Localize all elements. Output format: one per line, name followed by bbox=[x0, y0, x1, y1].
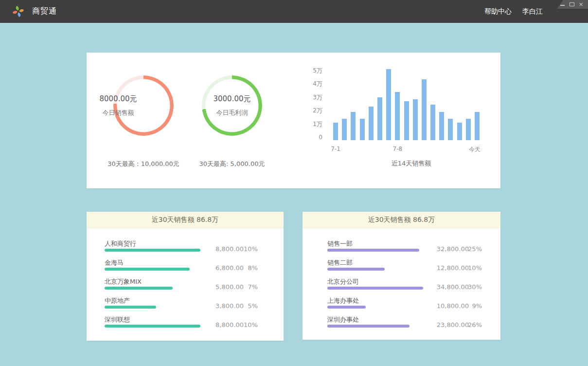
customer-row-amount: 8,800.00 bbox=[215, 245, 244, 253]
department-row-amount: 12,800.00 bbox=[437, 264, 469, 272]
customer-row-bar bbox=[105, 249, 200, 252]
department-row-bar bbox=[327, 249, 419, 252]
chart-bar bbox=[386, 69, 391, 140]
today-profit-ring-text: 3000.00元 今日毛利润 bbox=[208, 82, 256, 129]
username-link[interactable]: 李白江 bbox=[522, 7, 543, 16]
chart-bars bbox=[333, 73, 480, 140]
department-row: 上海办事处10,800.009% bbox=[303, 296, 500, 315]
titlebar-nav: 帮助中心 李白江 bbox=[484, 7, 543, 16]
department-ranking-card: 近30天销售额 86.8万 销售一部32,800.0025%销售二部12,800… bbox=[303, 212, 500, 340]
department-row-name: 北京分公司 bbox=[327, 277, 359, 286]
app-title: 商贸通 bbox=[32, 6, 57, 17]
department-row-percent: 9% bbox=[472, 302, 482, 310]
chart-bar bbox=[430, 105, 435, 140]
department-row-percent: 10% bbox=[468, 264, 482, 272]
customer-row-percent: 8% bbox=[248, 264, 258, 272]
customer-row-amount: 3,800.00 bbox=[215, 302, 244, 310]
customer-row-name: 金海马 bbox=[105, 258, 124, 267]
customer-row-amount: 5,800.00 bbox=[215, 283, 244, 291]
customer-row-percent: 5% bbox=[248, 302, 258, 310]
chart-bar bbox=[395, 92, 400, 140]
help-center-link[interactable]: 帮助中心 bbox=[484, 7, 512, 16]
chart-bar bbox=[333, 123, 338, 140]
department-row: 北京分公司34,800.0030% bbox=[303, 277, 500, 296]
chart-bar bbox=[369, 107, 374, 140]
department-row-name: 销售一部 bbox=[327, 239, 353, 248]
minimize-button[interactable] bbox=[560, 1, 565, 7]
chart-bar bbox=[439, 112, 444, 140]
chart-bar bbox=[457, 123, 462, 140]
today-profit-value: 3000.00元 bbox=[213, 94, 250, 104]
chart-bar bbox=[377, 97, 382, 140]
customer-row: 人和商贸行8,800.0010% bbox=[87, 239, 284, 258]
department-row: 销售一部32,800.0025% bbox=[303, 239, 500, 258]
department-row: 销售二部12,800.0010% bbox=[303, 258, 500, 277]
department-row-percent: 25% bbox=[468, 245, 482, 253]
chart-bar bbox=[404, 101, 409, 140]
department-row: 深圳办事处23,800.0026% bbox=[303, 315, 500, 334]
titlebar: 商贸通 帮助中心 李白江 × bbox=[0, 0, 588, 23]
customer-row: 北京万象MIX5,800.007% bbox=[87, 277, 284, 296]
chart-title: 近14天销售额 bbox=[338, 159, 484, 168]
chart-y-tick: 4万 bbox=[308, 80, 322, 88]
department-row-bar bbox=[327, 306, 366, 309]
chart-bar bbox=[342, 119, 347, 140]
chart-x-tick: 7-8 bbox=[385, 146, 410, 152]
chart-bar bbox=[466, 119, 471, 140]
customer-row-percent: 10% bbox=[244, 321, 258, 329]
customer-row-bar bbox=[105, 287, 173, 290]
app-window: 商贸通 帮助中心 李白江 × 8000.00元 今日销售额 30天最高：10,0… bbox=[0, 0, 588, 366]
chart-bar bbox=[360, 119, 365, 140]
window-controls: × bbox=[557, 0, 588, 9]
overview-card: 8000.00元 今日销售额 30天最高：10,000.00元 3000.00元… bbox=[87, 53, 500, 188]
chart-x-tick: 今天 bbox=[463, 146, 487, 154]
customer-row: 中原地产3,800.005% bbox=[87, 296, 284, 315]
customer-ranking-card: 近30天销售额 86.8万 人和商贸行8,800.0010%金海马6,800.0… bbox=[87, 212, 284, 341]
department-rows: 销售一部32,800.0025%销售二部12,800.0010%北京分公司34,… bbox=[303, 228, 500, 334]
chart-bar bbox=[413, 99, 418, 140]
customer-row-amount: 6,800.00 bbox=[215, 264, 244, 272]
customer-row-name: 人和商贸行 bbox=[105, 239, 136, 248]
department-row-amount: 23,800.00 bbox=[437, 321, 469, 329]
today-profit-gauge: 3000.00元 今日毛利润 30天最高: 5,000.00元 bbox=[177, 75, 287, 168]
chart-bar bbox=[475, 112, 480, 140]
chart-y-tick: 5万 bbox=[308, 67, 322, 74]
customer-row-percent: 10% bbox=[244, 245, 258, 253]
customer-row: 金海马6,800.008% bbox=[87, 258, 284, 277]
minimize-icon bbox=[560, 5, 565, 6]
chart-y-tick: 3万 bbox=[308, 93, 322, 101]
chart-y-tick: 2万 bbox=[308, 107, 322, 114]
customer-row-bar bbox=[105, 325, 200, 328]
chart-bar bbox=[422, 79, 427, 140]
close-button[interactable]: × bbox=[578, 1, 584, 7]
customer-row-bar bbox=[105, 306, 156, 309]
customer-row-name: 深圳联想 bbox=[105, 315, 130, 324]
dashboard: 8000.00元 今日销售额 30天最高：10,000.00元 3000.00元… bbox=[0, 23, 588, 366]
chart-x-tick: 7-1 bbox=[323, 146, 348, 152]
customer-row-name: 中原地产 bbox=[105, 296, 130, 305]
customer-row-name: 北京万象MIX bbox=[105, 277, 142, 286]
department-row-bar bbox=[327, 287, 423, 290]
department-row-amount: 10,800.00 bbox=[437, 302, 469, 310]
today-profit-label: 今日毛利润 bbox=[216, 109, 248, 117]
department-row-bar bbox=[327, 325, 410, 328]
sales-14day-chart: 5万4万3万2万1万0 7-17-8今天 近14天销售额 bbox=[308, 63, 490, 178]
customer-row: 深圳联想8,800.0010% bbox=[87, 315, 284, 334]
customer-row-amount: 8,800.00 bbox=[215, 321, 244, 329]
department-row-amount: 34,800.00 bbox=[437, 283, 469, 291]
department-row-percent: 26% bbox=[468, 321, 482, 329]
maximize-button[interactable] bbox=[569, 1, 574, 7]
today-sales-label: 今日销售额 bbox=[103, 109, 134, 117]
chart-bar bbox=[351, 112, 356, 140]
app-logo-icon bbox=[12, 5, 25, 18]
today-profit-caption: 30天最高: 5,000.00元 bbox=[177, 160, 287, 168]
department-row-amount: 32,800.00 bbox=[437, 245, 469, 253]
customer-card-title: 近30天销售额 86.8万 bbox=[87, 212, 284, 228]
chart-y-tick: 1万 bbox=[308, 120, 322, 128]
department-card-title: 近30天销售额 86.8万 bbox=[303, 212, 500, 228]
department-row-percent: 30% bbox=[468, 283, 482, 291]
department-row-name: 上海办事处 bbox=[327, 296, 359, 305]
department-row-bar bbox=[327, 268, 385, 271]
department-row-name: 深圳办事处 bbox=[327, 315, 359, 324]
maximize-icon bbox=[570, 2, 574, 6]
